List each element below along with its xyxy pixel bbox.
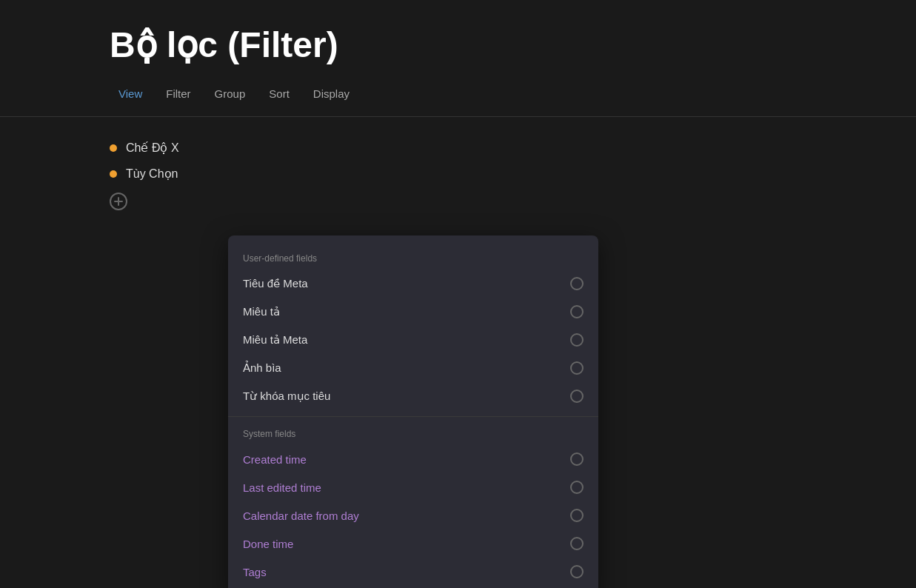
radio-button[interactable]: [570, 333, 584, 347]
radio-button[interactable]: [570, 305, 584, 318]
field-label: Created time: [243, 453, 307, 466]
field-label: Done time: [243, 538, 293, 550]
list-item: Tùy Chọn: [110, 161, 806, 187]
radio-button[interactable]: [570, 452, 584, 466]
radio-button[interactable]: [570, 361, 584, 375]
tab-view[interactable]: View: [110, 83, 151, 104]
field-tieu-de-meta[interactable]: Tiêu đề Meta: [228, 270, 598, 298]
sort-dropdown: User-defined fields Tiêu đề Meta Miêu tả…: [228, 235, 598, 588]
toolbar: View Filter Group Sort Display: [0, 83, 916, 117]
list-item-text: Chế Độ X: [126, 141, 179, 155]
list-item-text: Tùy Chọn: [126, 167, 178, 181]
field-label: Tiêu đề Meta: [243, 277, 308, 290]
bullet-icon: [110, 170, 117, 178]
user-fields-label: User-defined fields: [228, 247, 598, 270]
field-mieu-ta[interactable]: Miêu tả: [228, 298, 598, 326]
field-label: Từ khóa mục tiêu: [243, 390, 330, 403]
bullet-icon: [110, 144, 117, 152]
radio-button[interactable]: [570, 565, 584, 578]
field-label: Ảnh bìa: [243, 361, 281, 375]
system-fields-label: System fields: [228, 423, 598, 445]
section-divider: [228, 416, 598, 417]
tab-group[interactable]: Group: [206, 83, 255, 104]
tab-filter[interactable]: Filter: [157, 83, 199, 104]
radio-button[interactable]: [570, 537, 584, 550]
add-item-button[interactable]: [110, 193, 127, 210]
field-label: Calendar date from day: [243, 510, 359, 522]
field-anh-bia[interactable]: Ảnh bìa: [228, 354, 598, 382]
field-label: Miêu tả Meta: [243, 333, 307, 347]
field-created-time[interactable]: Created time: [228, 445, 598, 473]
radio-button[interactable]: [570, 277, 584, 290]
field-done-time[interactable]: Done time: [228, 529, 598, 558]
radio-button[interactable]: [570, 390, 584, 403]
field-tags[interactable]: Tags: [228, 558, 598, 586]
list-item: Chế Độ X: [110, 135, 806, 161]
tab-display[interactable]: Display: [304, 83, 358, 104]
field-calendar-date[interactable]: Calendar date from day: [228, 501, 598, 529]
radio-button[interactable]: [570, 509, 584, 522]
field-last-edited-time[interactable]: Last edited time: [228, 473, 598, 501]
tab-sort[interactable]: Sort: [260, 83, 298, 104]
field-mieu-ta-meta[interactable]: Miêu tả Meta: [228, 326, 598, 354]
field-tu-khoa[interactable]: Từ khóa mục tiêu: [228, 382, 598, 410]
field-label: Tags: [243, 566, 267, 578]
radio-button[interactable]: [570, 481, 584, 494]
main-content: Chế Độ X Tùy Chọn User-defined fields Ti…: [0, 117, 916, 228]
field-label: Last edited time: [243, 481, 321, 494]
page-title: Bộ lọc (Filter): [0, 0, 916, 83]
field-label: Miêu tả: [243, 305, 280, 318]
